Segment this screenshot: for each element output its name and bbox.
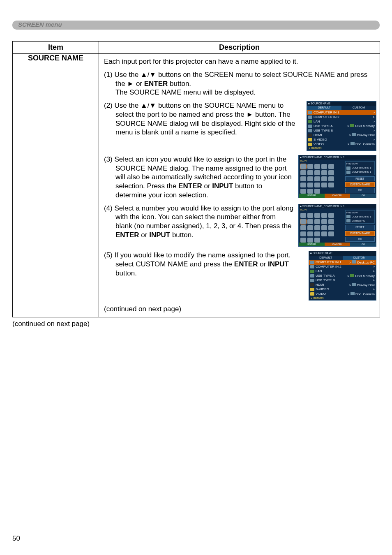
item-cell-source-name: SOURCE NAME — [13, 54, 99, 317]
osd-source-name-menu: ■ SOURCE NAME DEFAULTCUSTOM COMPUTER IN … — [307, 101, 376, 151]
step1-line2: The SOURCE NAME menu will be displayed. — [104, 88, 376, 97]
description-table: Item Description SOURCE NAME Each input … — [12, 41, 380, 317]
continued-inside: (continued on next page) — [104, 305, 376, 314]
osd-icon-dialog-2: ■ SOURCE NAME_COMPUTER IN 1 ICON — [298, 204, 376, 247]
osd-source-name-custom: ■ SOURCE NAME DEFAULTCUSTOM COMPUTER IN … — [309, 251, 376, 301]
continued-outside: (continued on next page) — [12, 320, 380, 328]
osd-icon-dialog-1: ■ SOURCE NAME_COMPUTER IN 1 ICON — [298, 155, 376, 198]
step5-text: (5) If you would like to modify the name… — [104, 251, 309, 278]
step3-text: (3) Select an icon you would like to ass… — [104, 155, 298, 200]
desc-cell: Each input port for this projector can h… — [99, 54, 380, 317]
step4-text: (4) Select a number you would like to as… — [104, 204, 298, 240]
section-tab-bar: SCREEN menu — [12, 21, 380, 30]
page-number: 50 — [12, 534, 20, 543]
section-tab-label: SCREEN menu — [18, 21, 62, 28]
table-header-desc: Description — [99, 42, 380, 54]
table-header-item: Item — [13, 42, 99, 54]
intro-text: Each input port for this projector can h… — [104, 57, 376, 66]
step2-text: (2) Use the ▲/▼ buttons on the SOURCE NA… — [104, 101, 307, 137]
step1-line1: (1) Use the ▲/▼ buttons on the SCREEN me… — [104, 70, 376, 88]
